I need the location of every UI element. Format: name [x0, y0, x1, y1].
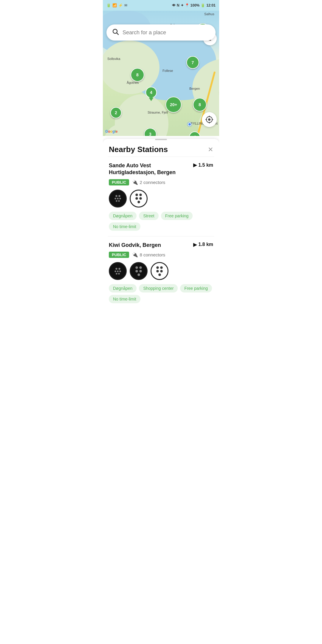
- google-logo: Google: [105, 129, 117, 134]
- search-bar-container[interactable]: [103, 21, 219, 44]
- time: 12:01: [206, 3, 216, 7]
- label-follese: Follese: [162, 69, 173, 72]
- pin-4-left[interactable]: 4: [145, 87, 157, 101]
- bluetooth-icon: ✦: [181, 3, 184, 7]
- cluster-2[interactable]: 2: [110, 107, 122, 118]
- mail-icon: ✉: [124, 3, 127, 7]
- navigation-arrow-icon: ▶: [193, 162, 197, 168]
- panel-title: Nearby Stations: [109, 145, 168, 154]
- pin-4-center[interactable]: 4: [189, 131, 200, 136]
- cluster-7[interactable]: 7: [186, 56, 199, 69]
- cluster-8-center[interactable]: 8: [193, 98, 207, 112]
- tag-dognaapen-2: Døgnåpen: [109, 284, 137, 292]
- battery-icon: 🔋: [201, 3, 205, 7]
- label-straume: Straume, Fjell: [148, 111, 168, 114]
- navigation-arrow-icon-2: ▶: [193, 242, 197, 247]
- tag-shopping-center: Shopping center: [139, 284, 178, 292]
- tag-no-time-limit-2: No time-limit: [109, 295, 140, 303]
- status-icons-right: 👁 N ✦ 📍 100% 🔋 12:01: [172, 3, 216, 7]
- location-icon: 📍: [185, 3, 189, 7]
- usb-icon: ⚡: [118, 3, 123, 7]
- station-2-tags: Døgnåpen Shopping center Free parking No…: [109, 284, 213, 303]
- search-icon: [112, 29, 119, 36]
- cluster-8-topleft[interactable]: 8: [131, 68, 144, 82]
- station-card-1[interactable]: Sande Auto Vest Hurtigladestasjon, Berge…: [103, 157, 219, 236]
- locate-me-button[interactable]: [202, 112, 217, 127]
- station-1-distance: ▶ 1.5 km: [193, 162, 213, 168]
- search-input[interactable]: [123, 30, 210, 36]
- station-1-access-badge: PUBLIC: [109, 179, 129, 185]
- station-1-meta: PUBLIC 🔌 2 connectors: [109, 179, 213, 185]
- battery-level: 100%: [191, 3, 200, 7]
- label-sollsvika: Sollsvika: [107, 57, 120, 61]
- station-2-distance: ▶ 1.8 km: [193, 242, 213, 247]
- station-2-name: Kiwi Godvik, Bergen: [109, 242, 190, 249]
- status-icons-left: 🔋 📶 ⚡ ✉: [106, 3, 127, 7]
- cluster-20plus[interactable]: 20+: [165, 97, 182, 113]
- station-card-2[interactable]: Kiwi Godvik, Bergen ▶ 1.8 km PUBLIC 🔌 8 …: [103, 236, 219, 309]
- svg-point-4: [208, 118, 210, 121]
- station-2-meta: PUBLIC 🔌 8 connectors: [109, 252, 213, 258]
- station-2-connector-icons: [109, 262, 213, 280]
- station-1-connector-icons: [109, 190, 213, 208]
- station-1-name: Sande Auto Vest Hurtigladestasjon, Berge…: [109, 162, 190, 176]
- bottom-panel: Nearby Stations ✕ Sande Auto Vest Hurtig…: [103, 139, 219, 315]
- wifi-icon: 📶: [112, 3, 117, 7]
- plug-icon-2: 🔌: [132, 252, 138, 258]
- ccs-connector-icon-2: [109, 262, 127, 280]
- map-container[interactable]: Salhus Askøy Sollsvika Ågotnes Follese B…: [103, 11, 219, 136]
- tag-free-parking-2: Free parking: [180, 284, 212, 292]
- status-bar: 🔋 📶 ⚡ ✉ 👁 N ✦ 📍 100% 🔋 12:01: [103, 0, 219, 11]
- tag-dognaapen-1: Døgnåpen: [109, 212, 137, 220]
- label-salhus: Salhus: [204, 12, 214, 16]
- plug-icon: 🔌: [132, 179, 138, 185]
- eye-icon: 👁: [172, 3, 176, 7]
- station-1-connectors: 2 connectors: [140, 180, 165, 185]
- chademo-connector-icon: [130, 190, 148, 208]
- label-bergen: Bergen: [189, 87, 200, 90]
- tag-free-parking-1: Free parking: [161, 212, 193, 220]
- type2-connector-icon: [151, 262, 168, 280]
- svg-line-10: [117, 33, 119, 35]
- tag-no-time-limit-1: No time-limit: [109, 222, 140, 231]
- chademo-connector-icon-2: [130, 262, 148, 280]
- nfc-icon: N: [177, 3, 179, 7]
- panel-header: Nearby Stations ✕: [103, 140, 219, 157]
- station-1-tags: Døgnåpen Street Free parking No time-lim…: [109, 212, 213, 231]
- ccs-connector-icon: [109, 190, 127, 208]
- station-2-connectors: 8 connectors: [140, 252, 165, 257]
- current-location-dot: [188, 123, 191, 126]
- sim-icon: 🔋: [106, 3, 111, 7]
- station-2-access-badge: PUBLIC: [109, 252, 129, 258]
- tag-street: Street: [139, 212, 158, 220]
- close-button[interactable]: ✕: [208, 146, 213, 154]
